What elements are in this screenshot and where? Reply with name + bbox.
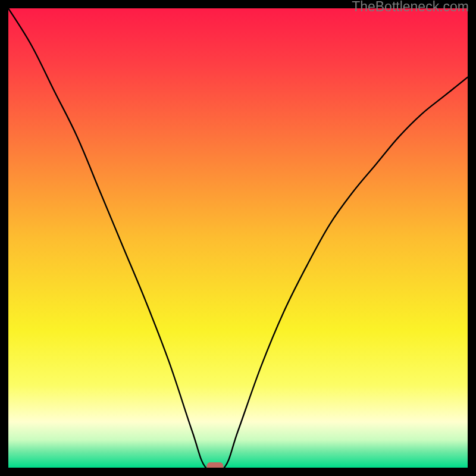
chart-svg: [8, 8, 468, 468]
chart-frame: [8, 8, 468, 468]
chart-background: [8, 8, 468, 468]
watermark-text: TheBottleneck.com: [352, 0, 469, 15]
min-marker: [206, 462, 223, 468]
